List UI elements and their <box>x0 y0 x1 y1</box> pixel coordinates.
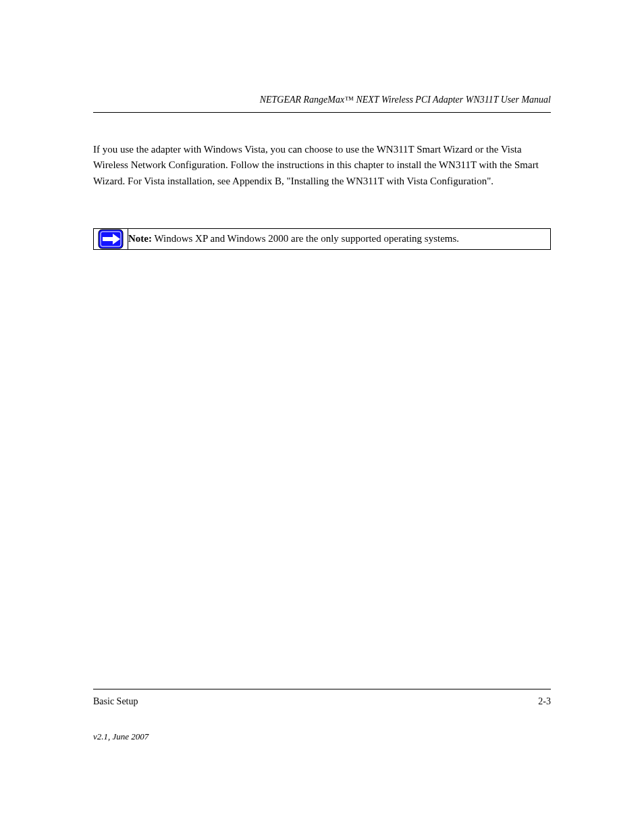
note-text-cell: Note: Windows XP and Windows 2000 are th… <box>128 228 551 249</box>
footer-page-number: 2-3 <box>538 696 551 707</box>
page-body: If you use the adapter with Windows Vist… <box>93 142 551 250</box>
footer-section-name: Basic Setup <box>93 696 138 707</box>
document-page: NETGEAR RangeMax™ NEXT Wireless PCI Adap… <box>0 0 644 834</box>
footer-line: Basic Setup 2-3 <box>93 696 551 707</box>
note-text: Windows XP and Windows 2000 are the only… <box>154 233 459 244</box>
footer-version-date: v2.1, June 2007 <box>93 731 551 742</box>
footer-rule <box>93 689 551 689</box>
header-rule <box>93 112 551 113</box>
note-label: Note: <box>128 233 152 244</box>
note-icon-cell <box>94 228 128 249</box>
note-box: Note: Windows XP and Windows 2000 are th… <box>93 228 551 250</box>
arrow-right-icon <box>98 229 124 249</box>
intro-paragraph: If you use the adapter with Windows Vist… <box>93 142 551 189</box>
page-header: NETGEAR RangeMax™ NEXT Wireless PCI Adap… <box>93 95 551 113</box>
page-footer: Basic Setup 2-3 v2.1, June 2007 <box>93 689 551 742</box>
document-title: NETGEAR RangeMax™ NEXT Wireless PCI Adap… <box>93 95 551 105</box>
